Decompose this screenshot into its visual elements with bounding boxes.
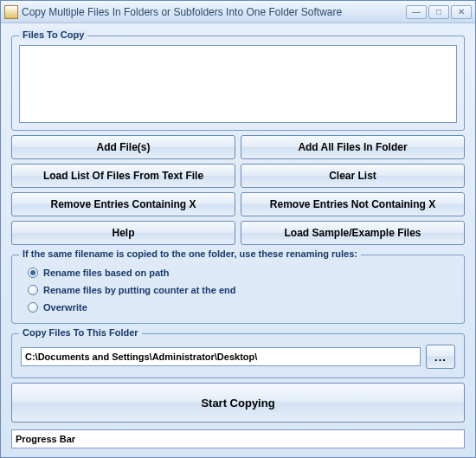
destination-folder-legend: Copy Files To This Folder <box>19 327 142 338</box>
progress-bar: Progress Bar <box>11 429 465 448</box>
rename-rules-radiogroup: Rename files based on path Rename files … <box>19 262 457 316</box>
rename-rules-legend: If the same filename is copied to the on… <box>19 248 361 259</box>
main-window: Copy Multiple Files In Folders or Subfol… <box>0 0 476 458</box>
files-to-copy-legend: Files To Copy <box>19 29 87 40</box>
radio-label: Rename files based on path <box>43 268 169 278</box>
radio-rename-based-on-path[interactable]: Rename files based on path <box>28 268 452 278</box>
destination-path-input[interactable]: C:\Documents and Settings\Administrator\… <box>21 347 421 366</box>
radio-rename-counter-at-end[interactable]: Rename files by putting counter at the e… <box>28 285 452 295</box>
app-icon <box>4 5 18 19</box>
radio-label: Overwrite <box>43 302 87 313</box>
maximize-button[interactable]: □ <box>428 5 449 19</box>
window-controls: — □ ✕ <box>406 5 472 19</box>
remove-entries-not-containing-button[interactable]: Remove Entries Not Containing X <box>241 192 465 216</box>
load-list-from-text-file-button[interactable]: Load List Of Files From Text File <box>11 164 235 188</box>
minimize-button[interactable]: — <box>406 5 427 19</box>
radio-icon <box>28 302 38 313</box>
window-title: Copy Multiple Files In Folders or Subfol… <box>22 6 406 18</box>
radio-label: Rename files by putting counter at the e… <box>43 285 235 295</box>
files-listbox[interactable] <box>19 45 457 123</box>
radio-icon <box>28 285 38 295</box>
add-files-button[interactable]: Add File(s) <box>11 135 235 159</box>
start-copying-button[interactable]: Start Copying <box>11 383 465 423</box>
load-sample-files-button[interactable]: Load Sample/Example Files <box>241 221 465 245</box>
help-button[interactable]: Help <box>11 221 235 245</box>
rename-rules-group: If the same filename is copied to the on… <box>11 255 465 324</box>
files-to-copy-group: Files To Copy <box>11 35 465 131</box>
radio-icon <box>28 268 38 278</box>
content-area: Files To Copy Add File(s) Add All Files … <box>1 23 475 457</box>
browse-folder-button[interactable]: ... <box>426 345 455 369</box>
destination-folder-group: Copy Files To This Folder C:\Documents a… <box>11 333 465 378</box>
remove-entries-containing-button[interactable]: Remove Entries Containing X <box>11 192 235 216</box>
add-all-files-in-folder-button[interactable]: Add All Files In Folder <box>241 135 465 159</box>
close-button[interactable]: ✕ <box>451 5 472 19</box>
clear-list-button[interactable]: Clear List <box>241 164 465 188</box>
titlebar: Copy Multiple Files In Folders or Subfol… <box>1 1 475 23</box>
radio-overwrite[interactable]: Overwrite <box>28 302 452 313</box>
